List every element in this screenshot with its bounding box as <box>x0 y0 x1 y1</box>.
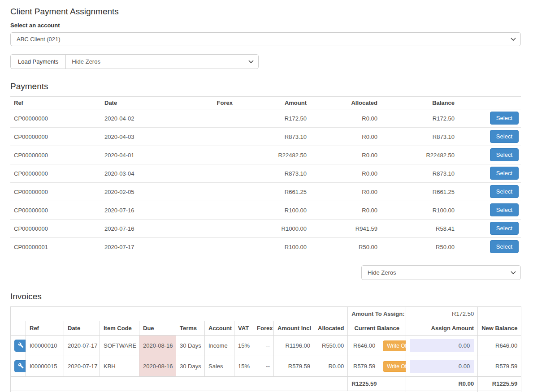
invoice-row: I00000010 2020-07-17 SOFTWARE 2020-08-16… <box>11 336 521 356</box>
payment-ref: CP00000000 <box>10 183 101 201</box>
edit-invoice-button[interactable] <box>14 360 26 372</box>
invoice-due-date: 2020-08-16 <box>139 356 176 377</box>
invoice-allocated: R550.00 <box>314 336 348 356</box>
column-header-allocated: Allocated <box>314 321 348 336</box>
select-button[interactable]: Select <box>490 222 519 235</box>
payments-title: Payments <box>10 82 521 91</box>
payment-row: CP00000000 2020-07-16 R100.00 R0.00 R100… <box>10 201 521 220</box>
account-select[interactable]: ABC Client (021) <box>10 32 521 46</box>
invoice-account: Income <box>205 336 234 356</box>
column-header-balance: Balance <box>381 97 458 109</box>
total-assign-amount: R0.00 <box>406 377 478 391</box>
column-header-allocated: Allocated <box>310 97 381 109</box>
payment-forex <box>207 128 236 146</box>
select-button[interactable]: Select <box>490 203 519 216</box>
select-button[interactable]: Select <box>490 112 519 125</box>
payment-amount: R100.00 <box>236 238 310 256</box>
invoices-table: Amount To Assign: R172.50 Ref Date Item … <box>10 306 521 392</box>
page-title: Client Payment Assignments <box>10 7 521 17</box>
column-header-actions <box>458 97 521 109</box>
empty-cell <box>11 377 348 391</box>
invoice-date: 2020-07-17 <box>64 356 100 377</box>
payment-date: 2020-04-03 <box>101 128 207 146</box>
write-off-button[interactable]: Write Off <box>383 340 406 351</box>
payment-forex <box>207 146 236 164</box>
payment-date: 2020-04-02 <box>101 109 207 128</box>
payment-date: 2020-03-04 <box>101 164 207 183</box>
payments-toolbar: Load Payments Hide Zeros <box>10 54 521 69</box>
invoice-new-balance: R579.59 <box>478 356 521 377</box>
column-header-current-balance: Current Balance <box>348 321 406 336</box>
payment-forex <box>207 164 236 183</box>
wrench-icon <box>18 342 24 349</box>
payment-allocated: R941.59 <box>310 220 381 238</box>
payment-allocated: R0.00 <box>310 146 381 164</box>
invoice-due-date: 2020-08-16 <box>139 336 176 356</box>
select-button[interactable]: Select <box>490 185 519 198</box>
column-header-account: Account <box>205 321 234 336</box>
payment-forex <box>207 183 236 201</box>
payment-row: CP00000000 2020-03-04 R873.10 R0.00 R873… <box>10 164 521 183</box>
payment-ref: CP00000000 <box>10 201 101 220</box>
payment-date: 2020-04-01 <box>101 146 207 164</box>
payment-ref: CP00000000 <box>10 128 101 146</box>
account-section: Select an account ABC Client (021) <box>10 22 521 46</box>
payment-date: 2020-07-16 <box>101 220 207 238</box>
payment-amount: R661.25 <box>236 183 310 201</box>
invoice-date: 2020-07-17 <box>64 336 100 356</box>
select-button[interactable]: Select <box>490 240 519 253</box>
zeros-filter-select-top[interactable]: Hide Zeros <box>65 54 259 69</box>
column-header-item-code: Item Code <box>100 321 139 336</box>
payment-allocated: R0.00 <box>310 201 381 220</box>
column-header-ref: Ref <box>10 97 101 109</box>
column-header-amount-incl: Amount Incl <box>274 321 314 336</box>
edit-invoice-button[interactable] <box>14 340 26 352</box>
payment-balance: R661.25 <box>381 183 458 201</box>
invoices-totals-row: R1225.59 R0.00 R1225.59 <box>11 377 521 391</box>
payment-amount: R100.00 <box>236 201 310 220</box>
assign-amount-input[interactable] <box>410 339 474 352</box>
zeros-filter-select-bottom[interactable]: Hide Zeros <box>361 265 521 280</box>
invoices-header-row: Ref Date Item Code Due Terms Account VAT… <box>11 321 521 336</box>
total-current-balance: R1225.59 <box>348 377 379 391</box>
payment-ref: CP00000000 <box>10 220 101 238</box>
payment-amount: R172.50 <box>236 109 310 128</box>
payment-allocated: R0.00 <box>310 128 381 146</box>
empty-cell <box>11 307 348 321</box>
invoices-toolbar: Hide Zeros <box>10 265 521 280</box>
column-header-vat: VAT <box>234 321 253 336</box>
invoice-item-code: SOFTWARE <box>100 336 139 356</box>
payment-amount: R873.10 <box>236 128 310 146</box>
payment-allocated: R0.00 <box>310 183 381 201</box>
payment-balance: R50.00 <box>381 238 458 256</box>
column-header-assign-amount: Assign Amount <box>406 321 478 336</box>
invoice-current-balance: R646.00 <box>348 336 379 356</box>
payment-allocated: R0.00 <box>310 164 381 183</box>
invoice-account: Sales <box>205 356 234 377</box>
payment-date: 2020-07-16 <box>101 201 207 220</box>
payment-balance: R58.41 <box>381 220 458 238</box>
invoice-vat: 15% <box>234 356 253 377</box>
amount-to-assign-label: Amount To Assign: <box>348 307 406 321</box>
payment-row: CP00000000 2020-07-16 R1000.00 R941.59 R… <box>10 220 521 238</box>
column-header-terms: Terms <box>176 321 205 336</box>
write-off-button[interactable]: Write Off <box>383 361 406 372</box>
payment-forex <box>207 238 236 256</box>
payment-ref: CP00000000 <box>10 146 101 164</box>
invoice-row: I00000015 2020-07-17 KBH 2020-08-16 30 D… <box>11 356 521 377</box>
wrench-icon <box>18 363 24 370</box>
column-header-tools <box>11 321 26 336</box>
payment-ref: CP00000001 <box>10 238 101 256</box>
load-payments-button[interactable]: Load Payments <box>10 54 66 69</box>
invoice-item-code: KBH <box>100 356 139 377</box>
column-header-due: Due <box>139 321 176 336</box>
payment-ref: CP00000000 <box>10 109 101 128</box>
select-button[interactable]: Select <box>490 148 519 161</box>
select-button[interactable]: Select <box>490 130 519 143</box>
payment-forex <box>207 220 236 238</box>
select-button[interactable]: Select <box>490 167 519 180</box>
assign-amount-input[interactable] <box>410 360 474 373</box>
column-header-forex: Forex <box>253 321 274 336</box>
payment-balance: R22482.50 <box>381 146 458 164</box>
payment-ref: CP00000000 <box>10 164 101 183</box>
